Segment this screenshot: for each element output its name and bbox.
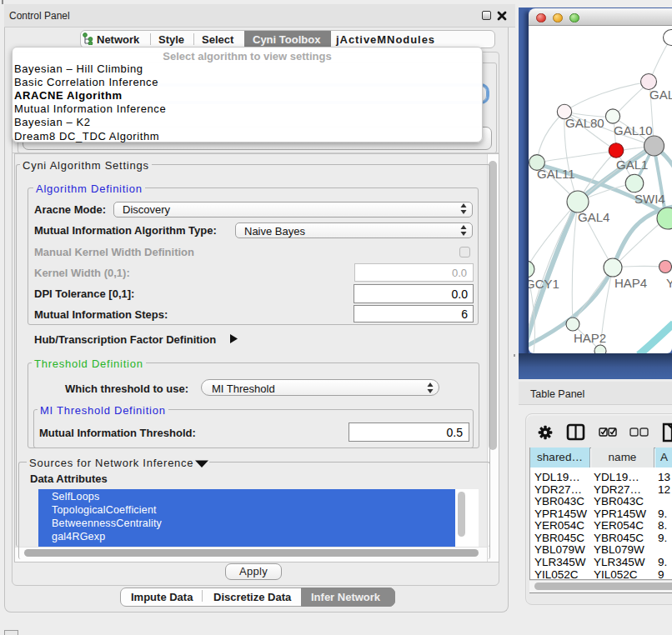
- svg-text:HAP4: HAP4: [614, 276, 647, 290]
- svg-text:Y: Y: [666, 276, 672, 290]
- svg-text:HAP2: HAP2: [574, 331, 606, 345]
- svg-text:GAL4: GAL4: [578, 210, 609, 224]
- svg-text:GAL11: GAL11: [537, 167, 575, 181]
- svg-text:SWI4: SWI4: [634, 192, 665, 206]
- svg-text:GAL: GAL: [649, 88, 672, 102]
- svg-text:GCY1: GCY1: [529, 277, 559, 291]
- svg-text:GAL10: GAL10: [614, 123, 653, 138]
- svg-text:GAL80: GAL80: [565, 116, 604, 130]
- svg-text:GAL1: GAL1: [616, 158, 648, 172]
